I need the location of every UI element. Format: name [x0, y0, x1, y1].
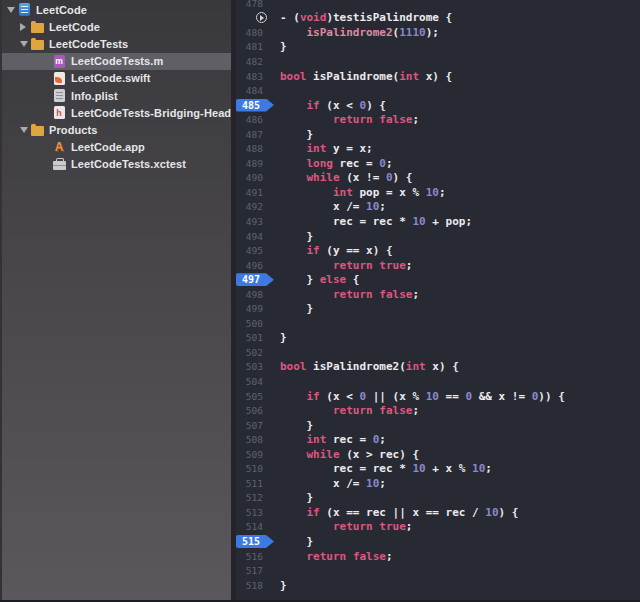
code-line: 517: [236, 563, 640, 578]
code-line: 497 } else {: [236, 272, 640, 287]
disclosure-triangle[interactable]: [7, 5, 17, 15]
line-number: 506: [236, 405, 266, 416]
sidebar-item-label: Products: [48, 124, 97, 136]
code-line: 491 int pop = x % 10;: [236, 185, 640, 200]
folder-icon: [30, 37, 44, 51]
line-number: 503: [236, 361, 266, 372]
code-line: 494 }: [236, 229, 640, 244]
code-line: 503bool isPalindrome2(int x) {: [236, 360, 640, 375]
breakpoint-marker[interactable]: 515: [236, 535, 274, 548]
line-number: 498: [236, 289, 266, 300]
line-number: 487: [236, 129, 266, 140]
sidebar-item-label: LeetCode: [48, 21, 100, 33]
code-text: - (void)testisPalindrome {: [280, 11, 452, 24]
code-line: 511 x /= 10;: [236, 476, 640, 491]
code-line: 508 int rec = 0;: [236, 432, 640, 447]
sidebar-item-leetcode[interactable]: LeetCode: [2, 18, 231, 35]
code-line: - (void)testisPalindrome {: [236, 11, 640, 26]
code-text: if (x < 0 || (x % 10 == 0 && x != 0)) {: [280, 390, 565, 403]
file-m-icon: m: [52, 54, 66, 68]
code-line: 500: [236, 316, 640, 331]
code-line: 492 x /= 10;: [236, 200, 640, 215]
sidebar-item-label: LeetCode: [35, 4, 87, 16]
disclosure-triangle[interactable]: [20, 125, 30, 135]
line-number: 504: [236, 376, 266, 387]
code-text: int rec = 0;: [280, 433, 386, 446]
code-text: return false;: [280, 550, 393, 563]
code-line: 509 while (x > rec) {: [236, 447, 640, 462]
line-number: 480: [236, 27, 266, 38]
code-text: }: [280, 230, 313, 243]
code-line: 513 if (x == rec || x == rec / 10) {: [236, 505, 640, 520]
line-number: 492: [236, 201, 266, 212]
code-line: 478: [236, 0, 640, 11]
code-text: x /= 10;: [280, 200, 386, 213]
code-line: 495 if (y == x) {: [236, 243, 640, 258]
line-number: 510: [236, 463, 266, 474]
sidebar-item-label: LeetCodeTests.xctest: [70, 158, 186, 170]
run-test-button[interactable]: [236, 12, 266, 23]
disclosure-spacer: [42, 108, 52, 118]
line-number: 496: [236, 260, 266, 271]
sidebar-item-label: LeetCodeTests-Bridging-Header.h: [70, 107, 231, 119]
line-number: 499: [236, 303, 266, 314]
code-text: long rec = 0;: [280, 157, 393, 170]
code-text: int pop = x % 10;: [280, 186, 446, 199]
sidebar-item-leetcode[interactable]: LeetCode: [2, 1, 231, 18]
code-line: 489 long rec = 0;: [236, 156, 640, 171]
sidebar-item-products[interactable]: Products: [2, 121, 231, 138]
code-line: 481}: [236, 40, 640, 55]
sidebar-item-leetcodetests[interactable]: LeetCodeTests: [2, 35, 231, 52]
code-text: if (x == rec || x == rec / 10) {: [280, 506, 518, 519]
line-number: 507: [236, 420, 266, 431]
code-line: 488 int y = x;: [236, 141, 640, 156]
code-line: 514 return true;: [236, 520, 640, 535]
code-text: }: [280, 128, 313, 141]
sidebar-item-leetcodetests-bridging-header-h[interactable]: hLeetCodeTests-Bridging-Header.h: [2, 104, 231, 121]
code-text: }: [280, 419, 313, 432]
code-text: return false;: [280, 113, 419, 126]
code-line: 493 rec = rec * 10 + pop;: [236, 214, 640, 229]
sidebar-item-label: LeetCode.swift: [70, 72, 151, 84]
code-line: 501}: [236, 331, 640, 346]
disclosure-triangle[interactable]: [20, 39, 30, 49]
line-number: 489: [236, 158, 266, 169]
code-lines: 478- (void)testisPalindrome {480 isPalin…: [236, 0, 640, 592]
sidebar-item-info-plist[interactable]: Info.plist: [2, 87, 231, 104]
code-line: 487 }: [236, 127, 640, 142]
code-line: 480 isPalindrome2(1110);: [236, 25, 640, 40]
line-number: 488: [236, 143, 266, 154]
sidebar-item-leetcode-swift[interactable]: LeetCode.swift: [2, 70, 231, 87]
code-line: 510 rec = rec * 10 + x % 10;: [236, 462, 640, 477]
sidebar-item-label: LeetCode.app: [70, 141, 145, 153]
sidebar-item-label: LeetCodeTests.m: [70, 55, 163, 67]
code-line: 490 while (x != 0) {: [236, 171, 640, 186]
line-number: 513: [236, 507, 266, 518]
breakpoint-marker[interactable]: 497: [236, 273, 274, 286]
line-number: 495: [236, 245, 266, 256]
disclosure-triangle[interactable]: [20, 22, 30, 32]
disclosure-spacer: [42, 91, 52, 101]
play-icon: [256, 12, 267, 23]
code-line: 484: [236, 83, 640, 98]
code-text: rec = rec * 10 + pop;: [280, 215, 472, 228]
sidebar-item-label: Info.plist: [70, 90, 118, 102]
code-text: if (x < 0) {: [280, 99, 386, 112]
code-text: return false;: [280, 288, 419, 301]
line-number: 482: [236, 56, 266, 67]
xcode-window: LeetCodeLeetCodeLeetCodeTestsmLeetCodeTe…: [0, 0, 640, 602]
line-number: 509: [236, 449, 266, 460]
code-text: x /= 10;: [280, 477, 386, 490]
breakpoint-marker[interactable]: 485: [236, 99, 274, 112]
code-editor[interactable]: 478- (void)testisPalindrome {480 isPalin…: [236, 0, 640, 602]
code-text: while (x != 0) {: [280, 171, 412, 184]
code-text: return false;: [280, 404, 419, 417]
code-text: }: [280, 302, 313, 315]
project-navigator-sidebar: LeetCodeLeetCodeLeetCodeTestsmLeetCodeTe…: [0, 0, 231, 602]
line-number: 501: [236, 332, 266, 343]
disclosure-spacer: [42, 159, 52, 169]
code-text: int y = x;: [280, 142, 373, 155]
sidebar-item-leetcodetests-xctest[interactable]: LeetCodeTests.xctest: [2, 156, 231, 173]
sidebar-item-leetcode-app[interactable]: ALeetCode.app: [2, 139, 231, 156]
sidebar-item-leetcodetests-m[interactable]: mLeetCodeTests.m: [2, 53, 231, 70]
